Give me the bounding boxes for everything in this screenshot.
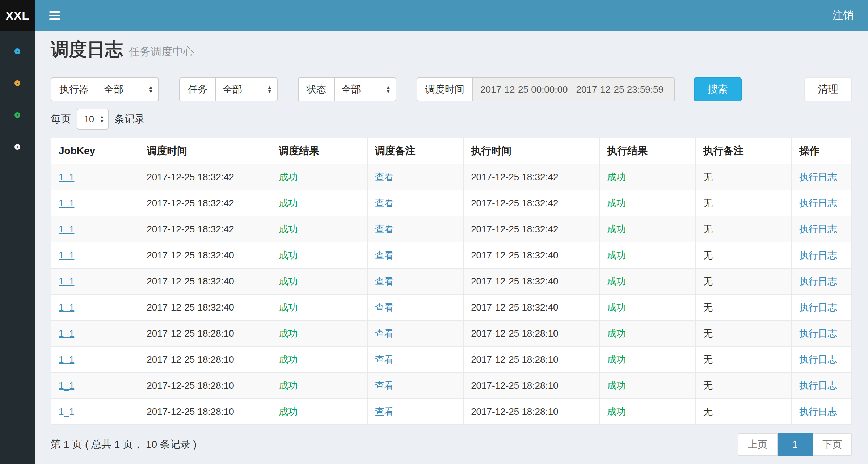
trigger-msg-link[interactable]: 查看 [375, 302, 394, 313]
exec-log-link[interactable]: 执行日志 [799, 276, 837, 287]
column-header: 调度时间 [139, 138, 271, 164]
trigger-msg-link[interactable]: 查看 [375, 250, 394, 261]
jobkey-link[interactable]: 1_1 [59, 380, 74, 391]
current-page-button[interactable]: 1 [778, 433, 813, 456]
sidebar-item-1[interactable] [0, 35, 35, 67]
select-arrows-icon: ▲▼ [148, 85, 153, 94]
sidebar-item-3[interactable] [0, 99, 35, 131]
jobkey-cell: 1_1 [51, 216, 139, 242]
handle-msg-cell: 无 [696, 242, 792, 268]
exec-log-link[interactable]: 执行日志 [799, 250, 837, 261]
jobkey-link[interactable]: 1_1 [59, 250, 74, 261]
filter-bar: 执行器 全部 ▲▼ 任务 全部 ▲▼ 状态 全部 ▲▼ [51, 77, 852, 101]
search-button[interactable]: 搜索 [694, 77, 742, 101]
trigger-result-cell: 成功 [271, 346, 367, 372]
circle-outline-icon [14, 144, 20, 150]
status-filter-group: 状态 全部 ▲▼ [298, 77, 396, 101]
action-cell: 执行日志 [792, 320, 852, 346]
trigger-msg-link[interactable]: 查看 [375, 198, 394, 208]
column-header: 调度备注 [367, 138, 463, 164]
page-subtitle: 任务调度中心 [129, 45, 194, 59]
trigger-msg-link[interactable]: 查看 [375, 354, 394, 365]
trigger-result-cell: 成功 [271, 398, 367, 425]
exec-log-link[interactable]: 执行日志 [799, 380, 837, 391]
exec-log-link[interactable]: 执行日志 [799, 302, 837, 313]
jobkey-link[interactable]: 1_1 [59, 354, 74, 365]
trigger-time-cell: 2017-12-25 18:32:40 [139, 268, 271, 294]
trigger-result-cell: 成功 [271, 216, 367, 242]
jobkey-link[interactable]: 1_1 [59, 224, 74, 235]
column-header: 操作 [792, 138, 852, 164]
menu-toggle-icon[interactable] [49, 11, 60, 20]
exec-log-link[interactable]: 执行日志 [799, 198, 837, 208]
action-cell: 执行日志 [792, 372, 852, 398]
handle-msg-cell: 无 [696, 164, 792, 190]
pagination-summary: 第 1 页 ( 总共 1 页， 10 条记录 ) [51, 438, 197, 451]
brand-logo[interactable]: XXL [0, 0, 35, 31]
trigger-result-cell: 成功 [271, 164, 367, 190]
trigger-msg-link[interactable]: 查看 [375, 276, 394, 287]
trigger-msg-cell: 查看 [367, 190, 463, 216]
handle-time-cell: 2017-12-25 18:28:10 [463, 398, 599, 425]
handle-msg-cell: 无 [696, 216, 792, 242]
trigger-time-range-input[interactable]: 2017-12-25 00:00:00 - 2017-12-25 23:59:5… [472, 77, 675, 101]
trigger-msg-cell: 查看 [367, 346, 463, 372]
jobkey-cell: 1_1 [51, 320, 139, 346]
clear-button[interactable]: 清理 [804, 77, 852, 101]
jobkey-link[interactable]: 1_1 [59, 302, 74, 313]
page-size-suffix-label: 条记录 [114, 112, 145, 126]
status-select[interactable]: 全部 ▲▼ [334, 77, 396, 101]
handle-time-cell: 2017-12-25 18:28:10 [463, 346, 599, 372]
trigger-time-cell: 2017-12-25 18:28:10 [139, 372, 271, 398]
column-header: 执行备注 [696, 138, 792, 164]
exec-log-link[interactable]: 执行日志 [799, 172, 837, 182]
logout-link[interactable]: 注销 [833, 8, 854, 23]
jobkey-link[interactable]: 1_1 [59, 406, 74, 417]
trigger-msg-link[interactable]: 查看 [375, 328, 394, 339]
table-footer: 第 1 页 ( 总共 1 页， 10 条记录 ) 上页 1 下页 [51, 433, 852, 456]
handle-result-cell: 成功 [599, 398, 695, 425]
sidebar-item-4[interactable] [0, 131, 35, 163]
trigger-msg-cell: 查看 [367, 372, 463, 398]
action-cell: 执行日志 [792, 216, 852, 242]
exec-log-link[interactable]: 执行日志 [799, 328, 837, 339]
executor-select[interactable]: 全部 ▲▼ [97, 77, 159, 101]
column-header: JobKey [51, 138, 139, 164]
trigger-time-cell: 2017-12-25 18:28:10 [139, 320, 271, 346]
table-row: 1_1 2017-12-25 18:28:10 成功 查看 2017-12-25… [51, 346, 852, 372]
jobkey-link[interactable]: 1_1 [59, 276, 74, 287]
app-body: 调度日志 任务调度中心 执行器 全部 ▲▼ 任务 全部 ▲▼ 状态 [0, 31, 868, 464]
trigger-time-cell: 2017-12-25 18:28:10 [139, 346, 271, 372]
handle-msg-cell: 无 [696, 320, 792, 346]
trigger-msg-link[interactable]: 查看 [375, 380, 394, 391]
table-row: 1_1 2017-12-25 18:28:10 成功 查看 2017-12-25… [51, 398, 852, 425]
exec-log-link[interactable]: 执行日志 [799, 406, 837, 417]
trigger-result-cell: 成功 [271, 242, 367, 268]
page-size-select[interactable]: 10 ▲▼ [77, 109, 109, 130]
handle-result-cell: 成功 [599, 268, 695, 294]
status-select-value: 全部 [341, 83, 361, 96]
handle-msg-cell: 无 [696, 372, 792, 398]
next-page-button[interactable]: 下页 [813, 433, 852, 456]
job-select[interactable]: 全部 ▲▼ [215, 77, 278, 101]
table-row: 1_1 2017-12-25 18:32:42 成功 查看 2017-12-25… [51, 216, 852, 242]
exec-log-link[interactable]: 执行日志 [799, 354, 837, 365]
trigger-msg-link[interactable]: 查看 [375, 406, 394, 417]
exec-log-link[interactable]: 执行日志 [799, 224, 837, 235]
table-row: 1_1 2017-12-25 18:32:42 成功 查看 2017-12-25… [51, 190, 852, 216]
handle-msg-cell: 无 [696, 294, 792, 320]
trigger-msg-cell: 查看 [367, 216, 463, 242]
prev-page-button[interactable]: 上页 [738, 433, 778, 456]
jobkey-link[interactable]: 1_1 [59, 172, 74, 182]
job-filter-group: 任务 全部 ▲▼ [179, 77, 278, 101]
sidebar-item-2[interactable] [0, 67, 35, 99]
trigger-msg-link[interactable]: 查看 [375, 224, 394, 235]
handle-result-cell: 成功 [599, 372, 695, 398]
page-header: 调度日志 任务调度中心 [51, 38, 852, 61]
jobkey-link[interactable]: 1_1 [59, 198, 74, 208]
action-cell: 执行日志 [792, 242, 852, 268]
action-cell: 执行日志 [792, 294, 852, 320]
handle-time-cell: 2017-12-25 18:28:10 [463, 320, 599, 346]
trigger-msg-link[interactable]: 查看 [375, 172, 394, 182]
jobkey-link[interactable]: 1_1 [59, 328, 74, 339]
